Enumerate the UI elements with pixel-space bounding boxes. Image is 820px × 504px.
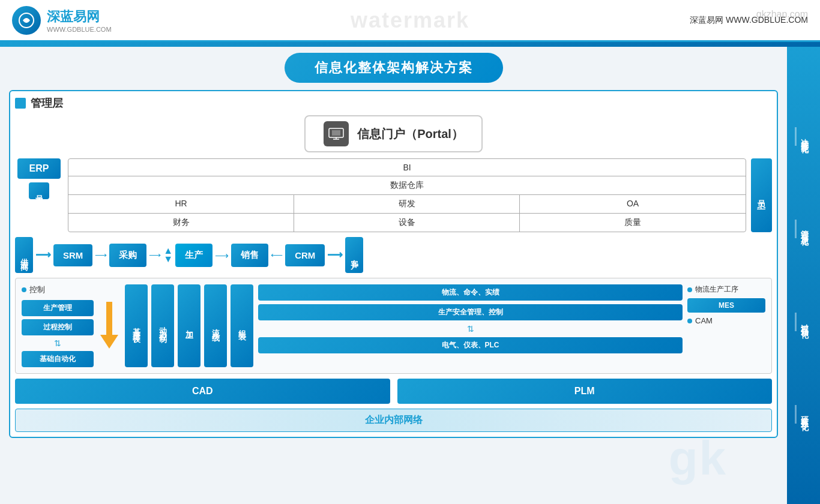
- processing-btn: 加工: [178, 284, 200, 367]
- svg-marker-6: [100, 335, 118, 349]
- ctrl-dot: 控制: [22, 284, 94, 295]
- cam-dot: CAM: [687, 316, 765, 325]
- left-ctrl: 控制 生产管理 过程控制 ⇅ 基础自动化: [22, 284, 94, 367]
- logistics-dot-icon: [687, 287, 692, 292]
- staff-right-box: 员工: [751, 158, 772, 232]
- arrow-bi-2: ⇅: [258, 324, 683, 334]
- svg-rect-5: [106, 302, 112, 335]
- logo-sub-text: WWW.GDBLUE.COM: [47, 26, 112, 33]
- diagram-watermark: gk: [669, 431, 727, 486]
- erp-staff-left: ERP 员工: [15, 158, 63, 232]
- ctrl-label: 控制: [29, 284, 45, 295]
- gkzhan-watermark: gkzhan.com: [756, 9, 808, 20]
- hr-cell: HR: [68, 195, 294, 213]
- data-warehouse-row: 数据仓库: [68, 176, 746, 195]
- logo-icon: [12, 6, 41, 35]
- middle-section: ERP 员工 BI 数据仓库 HR 研发 OA 财务 设备 质量: [15, 158, 772, 232]
- logo-area: 深蓝易网 WWW.GDBLUE.COM: [12, 6, 112, 35]
- sidebar-item-2: 过程自动化: [795, 313, 812, 331]
- plm-button: PLM: [397, 379, 773, 404]
- svg-rect-2: [332, 130, 340, 136]
- prod-mgmt-btn: 生产管理: [22, 300, 94, 316]
- arrow-lr-top: ⟶: [95, 250, 107, 260]
- production-button: 生产: [175, 244, 213, 267]
- orange-arrow-container: [98, 284, 120, 367]
- network-bar: 企业内部网络: [15, 409, 772, 432]
- vertical-btn-group: 基本建设 动力控制 加工 流水线 组装: [125, 284, 253, 367]
- diagram-area: gk 信息化整体架构解决方案 管理层: [0, 47, 787, 504]
- header: 深蓝易网 WWW.GDBLUE.COM watermark 深蓝易网 WWW.G…: [0, 0, 820, 42]
- srm-button: SRM: [53, 244, 92, 266]
- mgmt-label-row: 管理层: [15, 96, 772, 110]
- safety-mgmt-btn: 生产安全管理、控制: [258, 304, 683, 320]
- ctrl-dot-icon: [22, 287, 26, 292]
- right-sub-btns: 物流、命令、实绩 生产安全管理、控制 ⇅ 电气、仪表、PLC: [258, 284, 683, 367]
- quality-cell: 质量: [520, 214, 746, 232]
- arrow-lr-3: ⟶: [215, 250, 229, 261]
- bi-grid-2: 财务 设备 质量: [68, 214, 746, 232]
- sidebar-item-0: 决策智能化: [795, 127, 812, 146]
- assembly-line-btn: 流水线: [204, 284, 227, 367]
- arrow-1: ⟶: [35, 248, 51, 262]
- logistics-btn: 物流、命令、实绩: [258, 284, 683, 301]
- staff-left-box: 员工: [29, 182, 49, 199]
- main-title: 信息化整体架构解决方案: [285, 53, 503, 83]
- process-ctrl-btn: 过程控制: [22, 319, 94, 335]
- up-down-arrow: ▲ ▼: [163, 247, 173, 264]
- cam-dot-icon: [687, 319, 692, 323]
- base-auto-btn: 基础自动化: [22, 351, 94, 367]
- logistics-seq-label: 物流生产工序: [695, 284, 738, 295]
- erp-button: ERP: [17, 158, 61, 179]
- right-panels: 物流、命令、实绩 生产安全管理、控制 ⇅ 电气、仪表、PLC 物流生产工序 ME…: [258, 284, 765, 367]
- sidebar-item-1: 管理信息化: [795, 220, 812, 238]
- production-area: 控制 生产管理 过程控制 ⇅ 基础自动化: [15, 278, 772, 374]
- electrical-btn: 电气、仪表、PLC: [258, 337, 683, 353]
- sales-button: 销售: [231, 244, 268, 267]
- ctrl-buttons: 生产管理 过程控制 ⇅ 基础自动化: [22, 300, 94, 367]
- portal-section: 信息门户（Portal）: [15, 115, 772, 152]
- customer-box: 客户: [345, 237, 363, 273]
- power-ctrl-btn: 动力控制: [151, 284, 174, 367]
- mgmt-text: 管理层: [31, 96, 63, 110]
- bi-area: BI 数据仓库 HR 研发 OA 财务 设备 质量: [68, 158, 746, 232]
- crm-button: CRM: [285, 244, 325, 266]
- logistics-seq-dot: 物流生产工序: [687, 284, 765, 295]
- mgmt-square-icon: [15, 98, 26, 109]
- cad-button: CAD: [15, 379, 390, 404]
- portal-icon: [324, 121, 349, 146]
- arrow-lr-2: ⟶: [149, 250, 161, 260]
- basic-construction-btn: 基本建设: [125, 284, 148, 367]
- portal-title: 信息门户（Portal）: [357, 126, 463, 142]
- sidebar-item-3: 研发数字化: [795, 405, 812, 424]
- rd-cell: 研发: [294, 195, 520, 213]
- bi-row: BI: [68, 159, 746, 176]
- purchase-button: 采购: [109, 244, 146, 267]
- finance-cell: 财务: [68, 214, 294, 232]
- outer-frame: 管理层 信息门户（Portal）: [9, 90, 778, 438]
- assembly-btn: 组装: [231, 284, 253, 367]
- header-watermark: watermark: [351, 8, 469, 33]
- arrow-left: ⟵: [271, 250, 283, 260]
- logo-main-text: 深蓝易网: [47, 8, 112, 26]
- logo-text: 深蓝易网 WWW.GDBLUE.COM: [47, 8, 112, 33]
- mes-btn: MES: [687, 298, 765, 313]
- bi-grid-1: HR 研发 OA: [68, 195, 746, 214]
- main-content: gk 信息化整体架构解决方案 管理层: [0, 47, 820, 504]
- cad-plm-row: CAD PLM: [15, 379, 772, 404]
- right-side-info: 物流生产工序 MES CAM: [687, 284, 765, 367]
- bi-arrows: ⇅: [22, 338, 94, 348]
- header-bar: [0, 42, 820, 47]
- supplier-box: 供应商: [15, 237, 33, 273]
- title-section: 信息化整体架构解决方案: [9, 53, 778, 83]
- oa-cell: OA: [520, 195, 746, 213]
- orange-down-arrow: [100, 302, 118, 350]
- portal-box: 信息门户（Portal）: [304, 115, 483, 152]
- process-row: 供应商 ⟶ SRM ⟶ 采购 ⟶ ▲ ▼ 生产 ⟶: [15, 237, 772, 273]
- equipment-cell: 设备: [294, 214, 520, 232]
- cam-label: CAM: [695, 316, 713, 325]
- arrow-right-end: ⟶: [327, 248, 343, 262]
- right-sidebar: 决策智能化 管理信息化 过程自动化 研发数字化: [787, 47, 820, 504]
